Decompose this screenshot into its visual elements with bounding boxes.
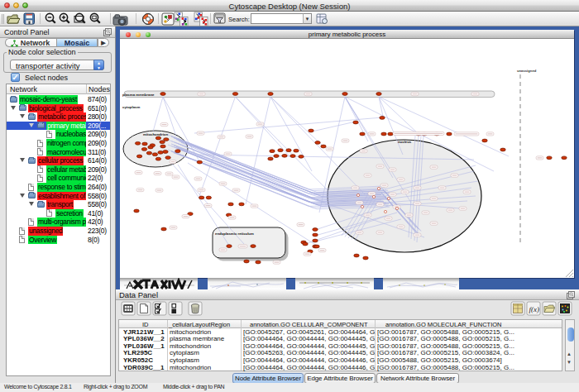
svg-text:endoplasmic reticulum: endoplasmic reticulum	[215, 232, 254, 236]
svg-text:unassigned: unassigned	[517, 69, 537, 73]
svg-text:cytoplasm: cytoplasm	[122, 105, 140, 109]
svg-text:nucleus: nucleus	[398, 140, 412, 144]
svg-text:plasma membrane: plasma membrane	[122, 93, 155, 97]
svg-text:mitochondrion: mitochondrion	[143, 132, 168, 136]
svg-text:f(x): f(x)	[529, 305, 540, 313]
